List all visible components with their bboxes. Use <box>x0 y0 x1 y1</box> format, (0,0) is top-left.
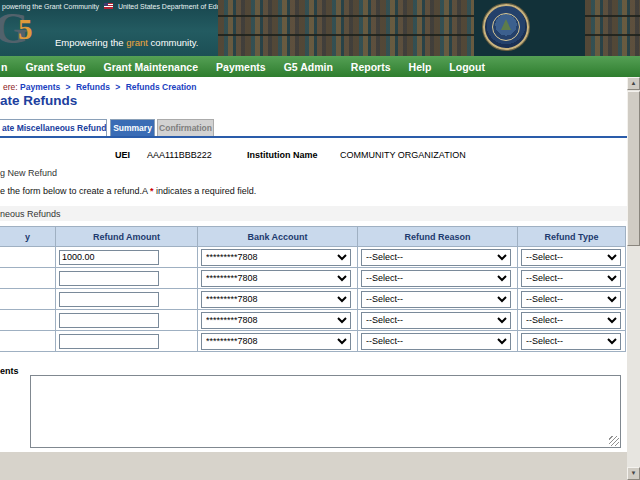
refund-amount-input-4[interactable] <box>59 313 159 328</box>
column-header-bank-account: Bank Account <box>198 227 358 247</box>
refund-row-4: *********7808 --Select-- --Select-- <box>0 310 626 331</box>
nav-item-grant-maintenance[interactable]: Grant Maintenance <box>95 61 208 73</box>
page-title: ate Refunds <box>0 93 77 108</box>
scroll-up-icon: ▲ <box>631 80 637 86</box>
tab-summary[interactable]: Summary <box>110 119 155 136</box>
bank-cell: *********7808 <box>198 331 358 352</box>
amount-cell <box>56 289 198 310</box>
breadcrumb-link-payments[interactable]: Payments <box>20 82 60 92</box>
tagline-post: community. <box>148 37 199 48</box>
library-photo-right <box>585 0 640 56</box>
type-cell: --Select-- <box>518 247 626 268</box>
main-nav: n Grant Setup Grant Maintenance Payments… <box>0 56 640 77</box>
breadcrumb-link-refunds[interactable]: Refunds <box>76 82 110 92</box>
refund-type-select-3[interactable]: --Select-- <box>521 291 621 308</box>
refund-type-select-4[interactable]: --Select-- <box>521 312 621 329</box>
breadcrumb-link-refunds-creation[interactable]: Refunds Creation <box>126 82 197 92</box>
scroll-down-icon: ▼ <box>631 470 637 476</box>
refund-row-3: *********7808 --Select-- --Select-- <box>0 289 626 310</box>
breadcrumb-separator: > <box>115 82 120 92</box>
tab-underline <box>0 136 627 138</box>
g5-logo-5: 5 <box>18 13 33 45</box>
uei-label: UEI <box>115 150 130 160</box>
amount-cell <box>56 331 198 352</box>
scroll-down-button[interactable]: ▼ <box>627 467 640 480</box>
refund-reason-select-5[interactable]: --Select-- <box>361 333 511 350</box>
bank-cell: *********7808 <box>198 289 358 310</box>
section-creating-new-refund: g New Refund <box>0 168 57 178</box>
refund-amount-input-3[interactable] <box>59 292 159 307</box>
refund-row-1: *********7808 --Select-- --Select-- <box>0 247 626 268</box>
refund-amount-input-1[interactable] <box>59 250 159 265</box>
reason-cell: --Select-- <box>358 268 518 289</box>
refund-reason-select-3[interactable]: --Select-- <box>361 291 511 308</box>
g5-logo: G5 <box>0 2 33 54</box>
reason-cell: --Select-- <box>358 289 518 310</box>
nav-item-reports[interactable]: Reports <box>342 61 400 73</box>
type-cell: --Select-- <box>518 289 626 310</box>
page-bottom-area <box>0 452 640 480</box>
amount-cell <box>56 268 198 289</box>
tab-confirmation[interactable]: Confirmation <box>157 119 214 136</box>
type-cell: --Select-- <box>518 331 626 352</box>
column-header-category: y <box>0 227 56 247</box>
nav-item-grant-setup[interactable]: Grant Setup <box>16 61 94 73</box>
library-photo-left <box>218 0 474 56</box>
bank-account-select-1[interactable]: *********7808 <box>201 249 351 266</box>
bank-account-select-3[interactable]: *********7808 <box>201 291 351 308</box>
table-header-row: y Refund Amount Bank Account Refund Reas… <box>0 227 626 247</box>
category-cell <box>0 268 56 289</box>
category-cell <box>0 331 56 352</box>
refund-row-2: *********7808 --Select-- --Select-- <box>0 268 626 289</box>
breadcrumb: ere: Payments > Refunds > Refunds Creati… <box>3 82 196 92</box>
bank-account-select-5[interactable]: *********7808 <box>201 333 351 350</box>
nav-item-payments[interactable]: Payments <box>207 61 275 73</box>
comments-textarea[interactable] <box>30 375 621 448</box>
us-flag-icon <box>104 3 113 9</box>
amount-cell <box>56 247 198 268</box>
type-cell: --Select-- <box>518 268 626 289</box>
column-header-refund-amount: Refund Amount <box>56 227 198 247</box>
refund-amount-input-5[interactable] <box>59 334 159 349</box>
reason-cell: --Select-- <box>358 310 518 331</box>
scroll-up-button[interactable]: ▲ <box>627 77 640 90</box>
bank-account-select-2[interactable]: *********7808 <box>201 270 351 287</box>
scrollbar-thumb[interactable] <box>627 91 640 246</box>
refund-type-select-1[interactable]: --Select-- <box>521 249 621 266</box>
refund-type-select-2[interactable]: --Select-- <box>521 270 621 287</box>
amount-cell <box>56 310 198 331</box>
section-miscellaneous-refunds: neous Refunds <box>0 209 61 219</box>
tab-create-miscellaneous-refunds[interactable]: ate Miscellaneous Refunds <box>0 119 107 136</box>
type-cell: --Select-- <box>518 310 626 331</box>
banner-tagline: Empowering the grant community. <box>55 37 198 48</box>
category-cell <box>0 289 56 310</box>
reason-cell: --Select-- <box>358 247 518 268</box>
category-cell <box>0 310 56 331</box>
nav-item-g5-admin[interactable]: G5 Admin <box>275 61 342 73</box>
refund-type-select-5[interactable]: --Select-- <box>521 333 621 350</box>
category-cell <box>0 247 56 268</box>
header-banner: powering the Grant Community United Stat… <box>0 0 640 56</box>
bank-cell: *********7808 <box>198 247 358 268</box>
nav-item-partial[interactable]: n <box>0 61 16 73</box>
instruction-text: e the form below to create a refund.A <box>0 186 150 196</box>
breadcrumb-separator: > <box>66 82 71 92</box>
instruction-text-2: indicates a required field. <box>154 186 257 196</box>
reason-cell: --Select-- <box>358 331 518 352</box>
refund-amount-input-2[interactable] <box>59 271 159 286</box>
breadcrumb-prefix: ere: <box>3 82 18 92</box>
nav-item-logout[interactable]: Logout <box>440 61 494 73</box>
tagline-grant: grant <box>126 37 148 48</box>
refund-reason-select-2[interactable]: --Select-- <box>361 270 511 287</box>
refund-reason-select-1[interactable]: --Select-- <box>361 249 511 266</box>
refund-reason-select-4[interactable]: --Select-- <box>361 312 511 329</box>
vertical-scrollbar: ▲ ▼ <box>627 77 640 480</box>
department-seal-icon <box>483 4 529 50</box>
required-field-instruction: e the form below to create a refund.A * … <box>0 186 256 196</box>
section-band <box>0 206 627 221</box>
refunds-table: y Refund Amount Bank Account Refund Reas… <box>0 226 626 352</box>
nav-item-help[interactable]: Help <box>400 61 441 73</box>
resize-grip-icon[interactable] <box>609 436 619 446</box>
bank-account-select-4[interactable]: *********7808 <box>201 312 351 329</box>
bank-cell: *********7808 <box>198 310 358 331</box>
